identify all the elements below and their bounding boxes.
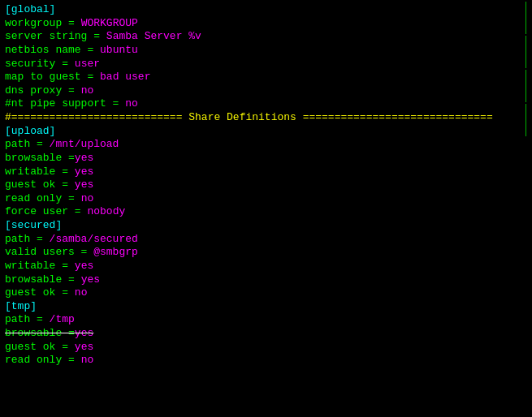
secured-writable-prefix: writable =: [5, 260, 75, 272]
nt-pipe-support-prefix: #nt pipe support =: [5, 97, 125, 110]
tmp-path-prefix: path =: [5, 313, 50, 325]
tmp-browsable-prefix: browsable =: [5, 327, 75, 339]
tmp-path: path = /tmp: [5, 313, 527, 327]
secured-guest-ok: guest ok = no: [5, 286, 527, 300]
workgroup: workgroup = WORKGROUP: [5, 17, 527, 31]
server-string-value: Samba Server %v: [106, 30, 201, 42]
upload-guest-ok-value: yes: [75, 178, 93, 191]
security: security = user: [5, 58, 527, 71]
upload-browsable: browsable =yes: [5, 152, 527, 166]
secured-path-prefix: path =: [5, 233, 50, 245]
security-value: user: [75, 58, 100, 70]
terminal: [global]workgroup = WORKGROUPserver stri…: [0, 0, 532, 417]
workgroup-value: WORKGROUP: [81, 17, 138, 29]
nt-pipe-support: #nt pipe support = no: [5, 97, 527, 111]
upload-writable-prefix: writable =: [5, 166, 75, 178]
netbios-name-value: ubuntu: [100, 44, 138, 56]
upload-force-user: force user = nobody: [5, 205, 527, 219]
map-to-guest-value: bad user: [100, 71, 150, 83]
upload-header: [upload]: [5, 125, 527, 139]
nt-pipe-support-value: no: [125, 97, 138, 110]
tmp-browsable-value: yes: [75, 327, 93, 339]
dns-proxy-prefix: dns proxy =: [5, 84, 81, 97]
tmp-browsable: browsable =yes: [5, 327, 527, 341]
dns-proxy-value: no: [81, 84, 94, 97]
global-header: [global]: [5, 3, 527, 17]
map-to-guest-prefix: map to guest =: [5, 71, 100, 83]
scrollbar[interactable]: [519, 0, 532, 417]
tmp-read-only-prefix: read only =: [5, 354, 81, 366]
server-string: server string = Samba Server %v: [5, 30, 527, 44]
tmp-path-value: /tmp: [50, 313, 75, 325]
secured-writable: writable = yes: [5, 260, 527, 273]
upload-path-value: /mnt/upload: [50, 138, 119, 150]
secured-valid-users: valid users = @smbgrp: [5, 246, 527, 260]
upload-guest-ok-prefix: guest ok =: [5, 178, 75, 191]
secured-guest-ok-prefix: guest ok =: [5, 286, 75, 299]
secured-browsable-value: yes: [81, 273, 100, 286]
tmp-guest-ok-prefix: guest ok =: [5, 341, 75, 353]
tmp-guest-ok-value: yes: [75, 341, 93, 353]
secured-valid-users-value: @smbgrp: [93, 246, 138, 258]
upload-browsable-prefix: browsable =: [5, 152, 75, 164]
workgroup-prefix: workgroup =: [5, 17, 81, 29]
upload-browsable-value: yes: [75, 152, 93, 164]
secured-path: path = /samba/secured: [5, 233, 527, 247]
server-string-prefix: server string =: [5, 30, 106, 42]
netbios-name-prefix: netbios name =: [5, 44, 100, 56]
upload-writable: writable = yes: [5, 166, 527, 179]
tmp-read-only: read only = no: [5, 354, 527, 368]
upload-path: path = /mnt/upload: [5, 138, 527, 152]
secured-browsable-prefix: browsable =: [5, 273, 81, 286]
dns-proxy: dns proxy = no: [5, 84, 527, 98]
upload-read-only-prefix: read only =: [5, 192, 81, 204]
secured-valid-users-prefix: valid users =: [5, 246, 93, 258]
secured-path-value: /samba/secured: [50, 233, 138, 245]
upload-guest-ok: guest ok = yes: [5, 178, 527, 192]
share-def: #=========================== Share Defin…: [5, 111, 527, 125]
secured-header: [secured]: [5, 219, 527, 233]
terminal-content: [global]workgroup = WORKGROUPserver stri…: [5, 3, 527, 368]
tmp-header: [tmp]: [5, 300, 527, 314]
upload-force-user-value: nobody: [87, 205, 125, 217]
upload-read-only-value: no: [81, 192, 94, 204]
secured-writable-value: yes: [75, 260, 93, 272]
netbios-name: netbios name = ubuntu: [5, 44, 527, 58]
map-to-guest: map to guest = bad user: [5, 71, 527, 84]
upload-path-prefix: path =: [5, 138, 50, 150]
tmp-read-only-value: no: [81, 354, 94, 366]
secured-guest-ok-value: no: [75, 286, 88, 299]
upload-writable-value: yes: [75, 166, 93, 178]
security-prefix: security =: [5, 58, 75, 70]
upload-read-only: read only = no: [5, 192, 527, 206]
upload-force-user-prefix: force user =: [5, 205, 87, 217]
tmp-guest-ok: guest ok = yes: [5, 341, 527, 355]
secured-browsable: browsable = yes: [5, 273, 527, 287]
